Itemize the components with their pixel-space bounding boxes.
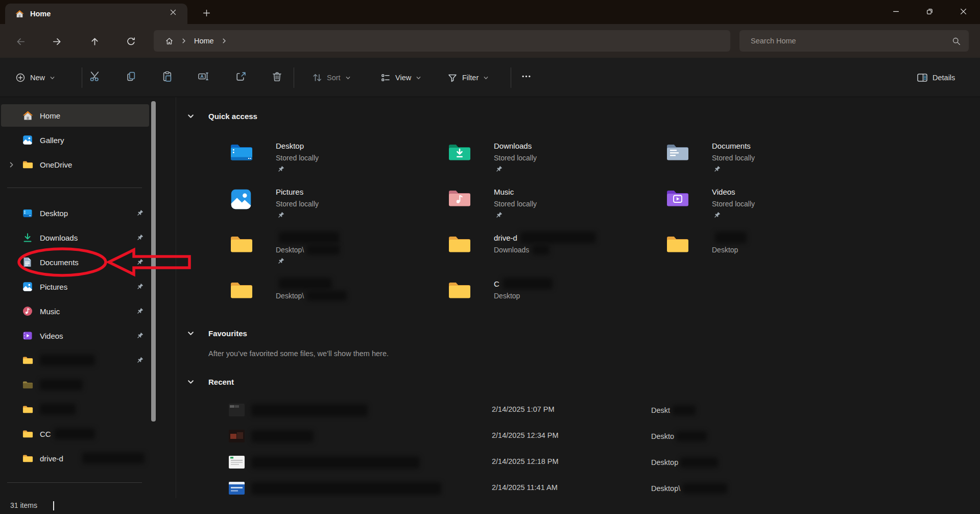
command-toolbar: New Sort View Filter Details	[0, 58, 980, 97]
favourites-section-header[interactable]: Favourites	[187, 330, 493, 337]
sidebar-item-onedrive[interactable]: OneDrive	[1, 153, 149, 176]
sidebar-item-cc[interactable]: CC	[1, 423, 149, 445]
view-list-icon	[380, 73, 391, 83]
filter-button-label: Filter	[462, 74, 479, 82]
new-button[interactable]: New	[15, 70, 55, 85]
pin-icon	[136, 234, 144, 242]
pin-icon	[277, 258, 284, 265]
sidebar-item-gallery[interactable]: Gallery	[1, 129, 149, 151]
sidebar-item-redacted[interactable]	[1, 349, 149, 371]
redacted-text	[676, 431, 707, 441]
home-icon	[15, 10, 24, 18]
navigation-bar: Home	[0, 24, 980, 58]
documents-icon	[22, 257, 32, 267]
pin-icon	[136, 332, 144, 340]
search-input[interactable]	[739, 37, 952, 45]
tab-close-icon[interactable]	[168, 7, 179, 18]
new-tab-button[interactable]	[200, 7, 212, 19]
recent-file-date: 2/14/2025 1:07 PM	[492, 405, 555, 413]
sidebar-item-desktop[interactable]: Desktop	[1, 202, 149, 224]
sidebar-item-redacted[interactable]	[1, 398, 149, 420]
copy-button[interactable]	[126, 71, 136, 82]
chevron-right-icon[interactable]	[8, 161, 15, 168]
search-box[interactable]	[739, 30, 969, 52]
close-button[interactable]	[946, 0, 980, 22]
more-options-button[interactable]	[521, 71, 532, 82]
thumb-photo-icon	[229, 430, 245, 442]
tile-subtitle: Desktop	[712, 246, 738, 254]
chevron-down-icon	[483, 75, 489, 81]
thumb-dark-icon	[229, 404, 245, 416]
details-button[interactable]: Details	[917, 70, 955, 85]
chevron-right-icon[interactable]	[181, 38, 187, 44]
tile-name: Pictures	[276, 188, 303, 196]
folder-desktop-icon	[230, 142, 253, 161]
redacted-text	[279, 232, 339, 243]
view-button[interactable]: View	[380, 70, 421, 85]
sidebar-item-drive-d[interactable]: drive-d	[1, 447, 149, 470]
music-icon	[22, 306, 33, 316]
refresh-button[interactable]	[122, 34, 139, 49]
tile-subtitle: Downloads	[494, 246, 529, 254]
tile-subtitle: Desktop\	[276, 292, 304, 300]
favourites-empty-text: After you’ve favorited some files, we’ll…	[208, 349, 389, 358]
redacted-text	[251, 430, 314, 442]
sidebar-item-redacted[interactable]	[1, 373, 149, 396]
sidebar-item-pictures[interactable]: Pictures	[1, 275, 149, 298]
maximize-button[interactable]	[913, 0, 946, 22]
thumb-doc-icon	[229, 456, 245, 469]
forward-button[interactable]	[48, 34, 65, 49]
delete-button[interactable]	[272, 71, 282, 82]
folder-yellow-icon	[448, 234, 471, 253]
search-icon[interactable]	[952, 37, 961, 45]
picture-icon	[230, 188, 252, 211]
pin-icon	[713, 212, 721, 219]
breadcrumb[interactable]: Home	[194, 37, 214, 45]
chevron-down-icon[interactable]	[187, 112, 195, 120]
folder-yellow-icon	[666, 234, 689, 253]
sidebar-divider	[7, 188, 142, 188]
sidebar-item-documents[interactable]: Documents	[1, 251, 149, 273]
desktop-icon	[22, 208, 33, 218]
minimize-button[interactable]	[879, 0, 913, 22]
rename-button[interactable]	[198, 71, 209, 82]
sidebar-item-label: Gallery	[40, 136, 64, 145]
redacted-text	[40, 379, 83, 390]
chevron-down-icon[interactable]	[187, 330, 195, 337]
breadcrumb-home-icon[interactable]	[165, 37, 174, 45]
sidebar-item-home[interactable]: Home	[1, 104, 149, 127]
pictures-icon	[22, 282, 33, 292]
chevron-down-icon[interactable]	[187, 378, 195, 386]
recent-file-date: 2/14/2025 11:41 AM	[492, 483, 558, 492]
recent-section-header[interactable]: Recent	[187, 378, 493, 386]
redacted-text	[672, 405, 696, 415]
sort-button[interactable]: Sort	[312, 70, 351, 85]
explorer-tab[interactable]: Home	[5, 4, 187, 24]
tile-name: Desktop	[276, 142, 304, 150]
paste-button[interactable]	[162, 71, 173, 82]
status-caret	[53, 501, 54, 510]
filter-button[interactable]: Filter	[447, 70, 489, 85]
cut-button[interactable]	[89, 71, 100, 82]
sidebar-item-label: Pictures	[40, 283, 67, 291]
redacted-text	[54, 428, 95, 439]
tile-subtitle: Stored locally	[494, 154, 537, 162]
chevron-right-icon[interactable]	[221, 38, 227, 44]
home-icon	[22, 110, 33, 121]
address-bar[interactable]: Home	[154, 30, 730, 52]
sidebar-scrollbar[interactable]	[151, 101, 156, 422]
redacted-text	[40, 404, 76, 415]
recent-file-date: 2/14/2025 12:18 PM	[492, 457, 559, 465]
recent-file-date: 2/14/2025 12:34 PM	[492, 431, 559, 439]
sidebar-item-videos[interactable]: Videos	[1, 324, 149, 347]
tile-subtitle: Desktop\	[276, 246, 304, 254]
up-button[interactable]	[86, 34, 103, 49]
new-button-label: New	[30, 74, 45, 82]
quick-access-section-header[interactable]: Quick access	[187, 112, 493, 120]
window-controls	[879, 0, 980, 24]
back-button[interactable]	[12, 34, 29, 49]
pin-icon	[277, 212, 284, 219]
sidebar-item-music[interactable]: Music	[1, 300, 149, 322]
share-button[interactable]	[235, 71, 246, 82]
sidebar-item-downloads[interactable]: Downloads	[1, 226, 149, 249]
